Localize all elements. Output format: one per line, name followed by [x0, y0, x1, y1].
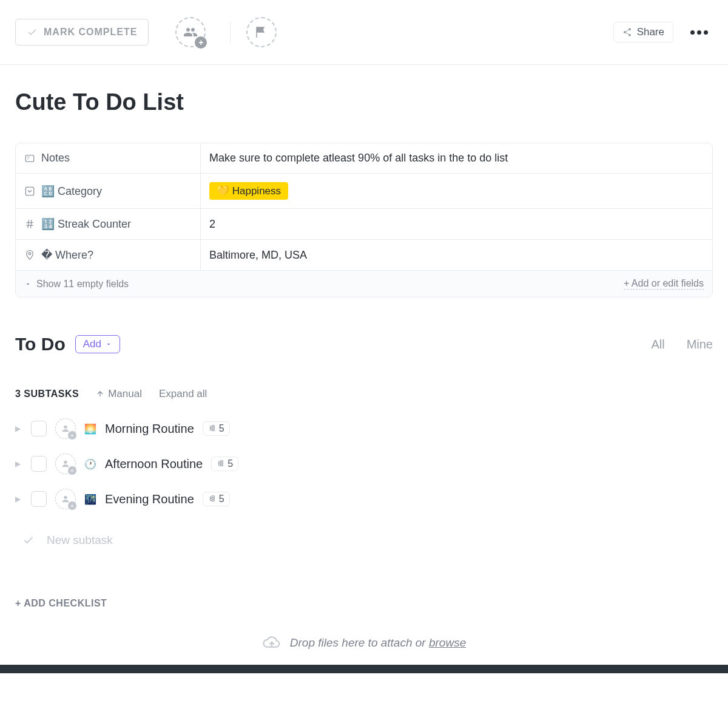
assignee-add-button[interactable]: +	[55, 489, 76, 509]
more-menu-button[interactable]	[686, 30, 713, 35]
sort-manual-button[interactable]: Manual	[96, 388, 142, 400]
chevron-right-icon[interactable]: ▶	[15, 460, 22, 468]
svg-rect-5	[25, 155, 34, 161]
new-subtask-input[interactable]: New subtask	[15, 519, 713, 562]
subtask-emoji: 🌃	[84, 494, 96, 505]
add-edit-fields-button[interactable]: + Add or edit fields	[624, 278, 704, 290]
field-label: 🔠 Category	[16, 174, 201, 208]
subtask-checkbox[interactable]	[31, 421, 47, 436]
add-checklist-button[interactable]: + ADD CHECKLIST	[0, 562, 728, 621]
assignee-add-button[interactable]: +	[175, 17, 206, 47]
subtask-row: ▶ + 🌃 Evening Routine 5	[15, 489, 713, 509]
subtask-children-count[interactable]: 5	[211, 457, 238, 471]
plus-icon: +	[68, 466, 76, 475]
field-value-where[interactable]: Baltimore, MD, USA	[201, 240, 712, 270]
expand-all-button[interactable]: Expand all	[159, 388, 207, 400]
subtask-tree-icon	[208, 495, 217, 503]
svg-line-10	[31, 220, 32, 228]
subtask-row: ▶ + 🕐 Afternoon Routine 5	[15, 453, 713, 474]
cloud-upload-icon	[262, 633, 281, 653]
plus-icon: +	[68, 501, 76, 510]
svg-point-16	[64, 461, 67, 464]
mark-complete-label: MARK COMPLETE	[44, 27, 137, 38]
browse-link[interactable]: browse	[429, 636, 466, 649]
svg-line-4	[625, 33, 629, 35]
bottom-bar	[0, 665, 728, 673]
svg-point-2	[629, 34, 631, 36]
svg-point-12	[64, 426, 67, 429]
show-empty-fields-button[interactable]: Show 11 empty fields	[24, 279, 129, 290]
svg-rect-19	[220, 464, 223, 466]
arrow-up-icon	[96, 390, 104, 398]
todo-title: To Do	[15, 334, 66, 355]
field-value-notes[interactable]: Make sure to complete atleast 90% of all…	[201, 143, 712, 173]
dropzone-text: Drop files here to attach or	[290, 636, 429, 649]
plus-icon: +	[68, 431, 76, 440]
add-subtask-button[interactable]: Add	[75, 335, 120, 353]
subtask-name[interactable]: Evening Routine	[105, 492, 194, 506]
check-icon	[22, 534, 35, 546]
divider	[230, 21, 231, 43]
plus-badge-icon: +	[195, 36, 207, 49]
subtask-list: ▶ + 🌅 Morning Routine 5 ▶ + 🕐 Afternoon …	[15, 412, 713, 509]
svg-line-3	[625, 30, 629, 32]
page-title[interactable]: Cute To Do List	[0, 65, 728, 134]
subtask-emoji: 🌅	[84, 423, 96, 435]
subtask-checkbox[interactable]	[31, 491, 47, 507]
field-label: � Where?	[16, 240, 201, 270]
field-value-streak[interactable]: 2	[201, 209, 712, 239]
svg-rect-17	[220, 461, 223, 462]
check-icon	[27, 27, 38, 38]
subtask-children-count[interactable]: 5	[203, 421, 230, 436]
svg-point-0	[629, 28, 631, 30]
people-icon	[183, 25, 198, 39]
priority-flag-button[interactable]	[246, 17, 277, 47]
subtask-name[interactable]: Morning Routine	[105, 422, 194, 436]
field-label: 🔢 Streak Counter	[16, 209, 201, 239]
svg-rect-21	[212, 496, 215, 497]
assignee-add-button[interactable]: +	[55, 418, 76, 439]
chevron-right-icon[interactable]: ▶	[15, 424, 22, 433]
subtask-checkbox[interactable]	[31, 456, 47, 472]
share-icon	[622, 27, 632, 37]
field-row-notes: Notes Make sure to complete atleast 90% …	[16, 143, 712, 174]
filter-mine[interactable]: Mine	[687, 338, 713, 352]
toolbar: MARK COMPLETE + Share	[0, 0, 728, 65]
svg-rect-6	[25, 187, 34, 195]
filter-all[interactable]: All	[651, 338, 664, 352]
subtask-emoji: 🕐	[84, 458, 96, 470]
text-icon	[24, 153, 35, 164]
field-value-category[interactable]: 💛 Happiness	[201, 174, 712, 208]
svg-rect-22	[212, 498, 215, 499]
svg-point-11	[29, 253, 31, 255]
new-subtask-placeholder: New subtask	[47, 534, 113, 547]
todo-section: To Do Add All Mine 3 SUBTASKS Manual Exp…	[0, 297, 728, 562]
subtask-name[interactable]: Afternoon Routine	[105, 457, 203, 471]
field-row-category: 🔠 Category 💛 Happiness	[16, 174, 712, 209]
subtask-children-count[interactable]: 5	[203, 492, 230, 506]
svg-rect-18	[220, 463, 223, 464]
subtask-tree-icon	[217, 460, 225, 468]
location-icon	[24, 250, 35, 260]
svg-rect-13	[212, 426, 215, 427]
assignee-add-button[interactable]: +	[55, 453, 76, 474]
svg-line-9	[28, 220, 29, 228]
subtask-bar: 3 SUBTASKS Manual Expand all	[15, 355, 713, 412]
subtask-row: ▶ + 🌅 Morning Routine 5	[15, 418, 713, 439]
flag-icon	[254, 25, 269, 39]
share-button[interactable]: Share	[613, 22, 673, 42]
chevron-right-icon[interactable]: ▶	[15, 495, 22, 503]
svg-point-20	[64, 496, 67, 499]
subtask-count-label: 3 SUBTASKS	[15, 389, 79, 399]
custom-fields: Notes Make sure to complete atleast 90% …	[15, 143, 713, 297]
field-row-where: � Where? Baltimore, MD, USA	[16, 240, 712, 271]
mark-complete-button[interactable]: MARK COMPLETE	[15, 19, 149, 46]
fields-footer: Show 11 empty fields + Add or edit field…	[16, 271, 712, 297]
share-label: Share	[637, 26, 664, 38]
attachment-dropzone[interactable]: Drop files here to attach or browse	[0, 621, 728, 665]
caret-down-icon	[24, 280, 32, 288]
hash-icon	[24, 219, 35, 229]
field-label: Notes	[16, 143, 201, 173]
field-row-streak: 🔢 Streak Counter 2	[16, 209, 712, 240]
dropdown-icon	[24, 186, 35, 197]
